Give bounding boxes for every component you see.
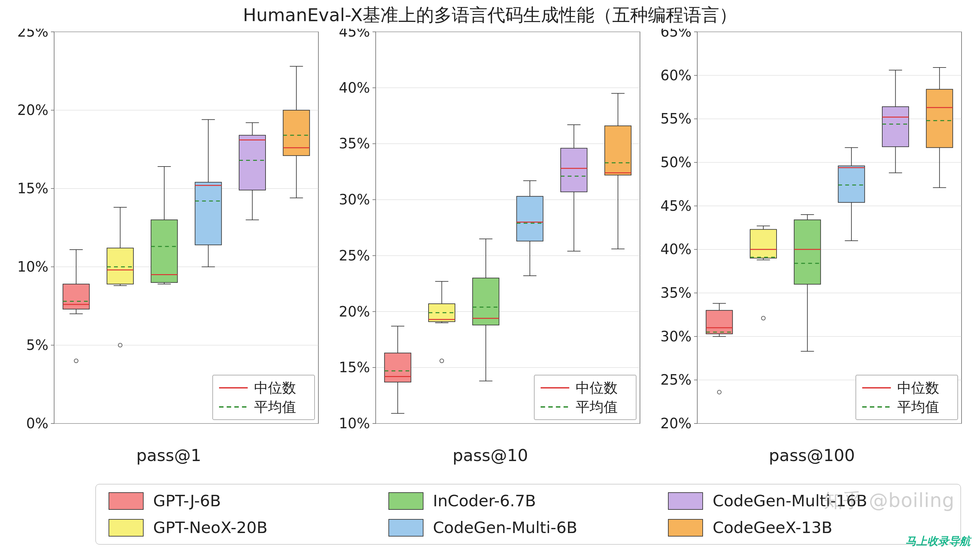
svg-rect-31 <box>107 248 133 284</box>
svg-text:0%: 0% <box>26 415 48 431</box>
svg-point-187 <box>762 316 765 320</box>
svg-rect-119 <box>517 196 543 241</box>
legend-item: GPT-J-6B <box>109 492 388 510</box>
svg-text:中位数: 中位数 <box>576 380 618 396</box>
svg-text:40%: 40% <box>339 80 370 96</box>
svg-text:平均值: 平均值 <box>254 399 296 415</box>
legend-swatch <box>668 519 703 537</box>
chart-title: HumanEval-X基准上的多语言代码生成性能（五种编程语言） <box>0 3 980 27</box>
svg-text:25%: 25% <box>17 29 48 40</box>
legend-swatch <box>668 492 703 510</box>
svg-rect-68 <box>376 32 640 423</box>
panel-pass-at-10: 10%15%20%25%30%35%40%45%中位数平均值pass@10 <box>334 29 646 465</box>
legend-label: CodeGen-Multi-6B <box>433 518 578 537</box>
svg-text:65%: 65% <box>660 29 692 40</box>
svg-text:10%: 10% <box>17 258 48 275</box>
svg-point-26 <box>74 359 78 363</box>
svg-point-179 <box>717 390 721 394</box>
legend-item: CodeGen-Multi-16B <box>668 492 948 510</box>
svg-text:20%: 20% <box>17 102 48 118</box>
svg-rect-184 <box>750 229 777 258</box>
figure: HumanEval-X基准上的多语言代码生成性能（五种编程语言） 0%5%10%… <box>0 0 980 555</box>
svg-text:55%: 55% <box>660 111 692 127</box>
svg-rect-39 <box>151 220 177 282</box>
svg-text:20%: 20% <box>339 303 370 320</box>
svg-text:中位数: 中位数 <box>897 380 939 396</box>
svg-text:中位数: 中位数 <box>254 380 296 396</box>
svg-rect-126 <box>561 148 587 192</box>
svg-text:30%: 30% <box>660 328 692 345</box>
svg-text:平均值: 平均值 <box>576 399 618 415</box>
svg-point-107 <box>440 359 444 363</box>
svg-text:50%: 50% <box>660 154 692 170</box>
legend-swatch <box>388 519 423 537</box>
legend-swatch <box>109 492 144 510</box>
svg-rect-213 <box>926 89 953 148</box>
model-legend: GPT-J-6BInCoder-6.7BCodeGen-Multi-16BGPT… <box>96 484 961 544</box>
svg-rect-46 <box>195 182 222 245</box>
svg-rect-206 <box>882 107 909 147</box>
svg-text:20%: 20% <box>660 415 692 431</box>
svg-rect-192 <box>794 220 820 284</box>
svg-rect-176 <box>706 310 733 334</box>
legend-item: GPT-NeoX-20B <box>109 518 388 537</box>
legend-label: CodeGeeX-13B <box>713 518 832 537</box>
svg-rect-199 <box>838 166 865 202</box>
svg-rect-133 <box>605 126 631 175</box>
panels-row: 0%5%10%15%20%25%中位数平均值pass@1 10%15%20%25… <box>13 29 968 465</box>
legend-item: CodeGen-Multi-6B <box>388 518 668 537</box>
legend-label: GPT-NeoX-20B <box>153 518 267 537</box>
svg-rect-97 <box>384 353 411 382</box>
svg-text:15%: 15% <box>17 180 48 196</box>
x-label-1: pass@1 <box>13 446 325 465</box>
legend-item: InCoder-6.7B <box>388 492 668 510</box>
legend-item: CodeGeeX-13B <box>668 518 948 537</box>
svg-text:平均值: 平均值 <box>897 399 939 415</box>
legend-label: GPT-J-6B <box>153 492 221 510</box>
svg-text:25%: 25% <box>660 372 692 388</box>
svg-text:35%: 35% <box>660 285 692 301</box>
svg-rect-53 <box>239 135 266 190</box>
svg-rect-60 <box>283 110 309 156</box>
svg-text:60%: 60% <box>660 67 692 83</box>
svg-text:45%: 45% <box>339 29 370 40</box>
legend-label: InCoder-6.7B <box>433 492 536 510</box>
svg-rect-23 <box>63 284 90 309</box>
svg-text:30%: 30% <box>339 191 370 208</box>
svg-text:25%: 25% <box>339 247 370 264</box>
svg-text:15%: 15% <box>339 359 370 375</box>
legend-swatch <box>109 519 144 537</box>
legend-label: CodeGen-Multi-16B <box>713 492 867 510</box>
svg-text:35%: 35% <box>339 135 370 152</box>
svg-rect-141 <box>697 32 962 423</box>
panel-pass-at-100: 20%25%30%35%40%45%50%55%60%65%中位数平均值pass… <box>656 29 968 465</box>
svg-text:40%: 40% <box>660 241 692 257</box>
svg-rect-0 <box>54 32 319 423</box>
legend-swatch <box>388 492 423 510</box>
x-label-3: pass@100 <box>656 446 968 465</box>
panel-pass-at-1: 0%5%10%15%20%25%中位数平均值pass@1 <box>13 29 325 465</box>
svg-text:5%: 5% <box>26 337 48 353</box>
svg-text:10%: 10% <box>339 415 370 431</box>
x-label-2: pass@10 <box>334 446 646 465</box>
svg-text:45%: 45% <box>660 198 692 214</box>
